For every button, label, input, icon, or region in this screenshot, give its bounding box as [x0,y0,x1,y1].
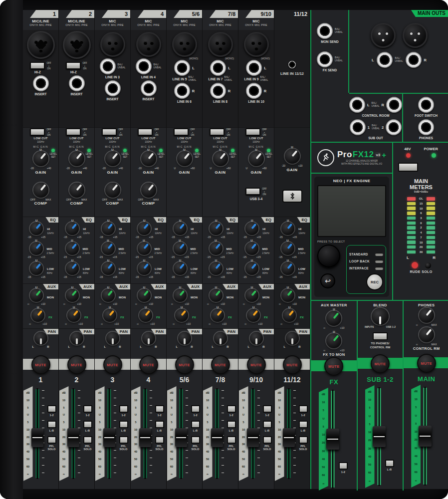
assign-lr-button[interactable] [155,421,164,428]
eq-hi-knob[interactable] [30,222,43,235]
blend-knob[interactable] [372,308,389,325]
eq-mid-knob[interactable] [245,242,258,255]
eq-hi-knob[interactable] [102,222,115,235]
lowcut-switch[interactable] [138,128,153,136]
aux-mon-knob[interactable] [245,289,258,302]
mute-button[interactable]: MUTE [31,355,50,374]
comp-knob[interactable] [33,183,48,198]
pfl-solo-button[interactable] [299,436,308,444]
master-assign-button[interactable] [339,462,348,470]
pan-knob[interactable] [214,332,227,345]
eq-mid-knob[interactable] [66,242,79,255]
rec-button[interactable]: REC [366,273,383,290]
gain-knob[interactable] [285,149,300,164]
gain-knob[interactable] [33,151,48,166]
master-assign-button[interactable] [385,460,394,467]
assign-lr-button[interactable] [227,421,236,428]
gain-knob[interactable] [213,151,228,166]
mute-button[interactable]: MUTE [103,355,122,374]
mute-button[interactable]: MUTE [283,355,302,374]
aux-fx-knob[interactable] [139,309,152,322]
aux-fx-knob[interactable] [103,309,116,322]
eq-mid-knob[interactable] [138,242,151,255]
pan-knob[interactable] [250,332,263,345]
aux-mon-knob[interactable] [174,289,187,302]
master-fader-handle[interactable] [419,426,432,447]
fader-handle[interactable] [175,428,187,447]
lowcut-switch[interactable] [30,128,45,136]
to-phones-switch[interactable] [373,332,388,340]
pan-knob[interactable] [34,332,47,345]
assign-1-2-button[interactable] [299,405,308,413]
fader-handle[interactable] [31,428,43,447]
usb-switch[interactable] [245,188,260,195]
eq-mid-knob[interactable] [102,242,115,255]
comp-knob[interactable] [141,183,156,198]
eq-low-knob[interactable] [30,262,43,275]
lowcut-switch[interactable] [210,128,224,136]
aux-mon-knob[interactable] [30,289,43,302]
pfl-solo-button[interactable] [263,436,272,444]
assign-lr-button[interactable] [119,421,128,428]
fader-handle[interactable] [211,428,223,447]
comp-knob[interactable] [105,183,120,198]
gain-knob[interactable] [177,151,192,166]
pfl-solo-button[interactable] [155,436,164,444]
mute-button[interactable]: MUTE [211,355,230,374]
pan-knob[interactable] [286,332,299,345]
eq-mid-knob[interactable] [30,242,43,255]
pfl-solo-button[interactable] [191,436,200,444]
bluetooth-button[interactable] [282,190,302,203]
eq-hi-knob[interactable] [66,222,79,235]
eq-low-knob[interactable] [174,262,187,275]
assign-lr-button[interactable] [47,421,56,428]
mute-button[interactable]: MUTE [67,355,86,374]
fader-handle[interactable] [247,428,259,447]
master-fader-handle[interactable] [373,426,386,447]
pfl-solo-button[interactable] [47,436,56,444]
pan-knob[interactable] [70,332,83,345]
assign-1-2-button[interactable] [83,405,92,413]
fader-handle[interactable] [283,428,295,447]
mute-button[interactable]: MUTE [139,355,158,374]
assign-1-2-button[interactable] [47,405,56,413]
pfl-solo-button[interactable] [119,436,128,444]
assign-1-2-button[interactable] [191,405,200,413]
comp-knob[interactable] [69,183,84,198]
aux-mon-knob[interactable] [281,289,294,302]
pfl-solo-button[interactable] [227,436,236,444]
assign-1-2-button[interactable] [119,405,128,413]
aux-mon-knob[interactable] [102,289,115,302]
assign-lr-button[interactable] [191,421,200,428]
aux-fx-knob[interactable] [175,309,188,322]
aux-mon-knob[interactable] [138,289,151,302]
phantom-power-switch[interactable] [398,163,418,172]
eq-low-knob[interactable] [210,262,223,275]
assign-1-2-button[interactable] [263,405,272,413]
aux-fx-knob[interactable] [211,309,224,322]
pan-knob[interactable] [142,332,155,345]
eq-hi-knob[interactable] [138,222,151,235]
assign-lr-button[interactable] [299,421,308,428]
lowcut-switch[interactable] [174,128,189,136]
aux-mon-knob[interactable] [210,289,223,302]
fx-mute-button[interactable]: MUTE [324,357,343,376]
master-fader-handle[interactable] [326,429,339,450]
eq-low-knob[interactable] [66,262,79,275]
hiz-switch[interactable] [30,62,45,69]
assign-lr-button[interactable] [263,421,272,428]
eq-mid-knob[interactable] [174,242,187,255]
eq-hi-knob[interactable] [174,222,187,235]
lowcut-switch[interactable] [245,128,260,136]
assign-1-2-button[interactable] [227,405,236,413]
aux-fx-knob[interactable] [67,309,80,322]
hiz-switch[interactable] [66,62,81,69]
eq-hi-knob[interactable] [245,222,258,235]
back-button[interactable]: ↩ [320,273,335,288]
fader-handle[interactable] [67,428,79,447]
fader-handle[interactable] [103,428,115,447]
main-mute-button[interactable]: MUTE [417,354,436,373]
assign-lr-button[interactable] [83,421,92,428]
mute-button[interactable]: MUTE [247,355,266,374]
gain-knob[interactable] [69,151,84,166]
